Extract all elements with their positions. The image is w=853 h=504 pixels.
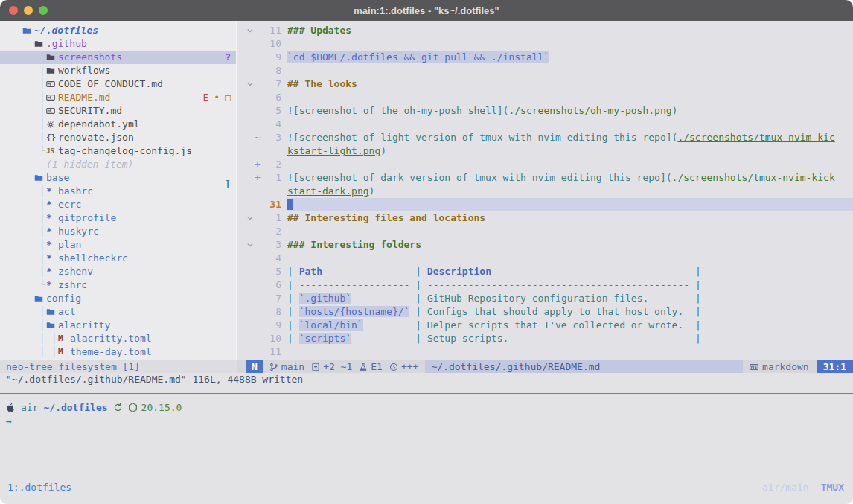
tree-item-base[interactable]: base [0, 171, 236, 185]
editor-line[interactable]: 5| Path | Description | [246, 265, 853, 278]
editor-line[interactable]: +1![screenshot of dark version of tmux w… [246, 171, 853, 185]
tree-item-alacritty[interactable]: │alacritty [0, 319, 236, 332]
editor-line[interactable]: 9| `local/bin` | Helper scripts that I'v… [246, 319, 853, 332]
editor-pane[interactable]: 11### Updates109`cd $HOME/.dotfiles && g… [237, 21, 853, 360]
indent-guide: │ [39, 345, 45, 359]
prompt-hostname: air [21, 402, 38, 413]
line-number: 2 [263, 225, 281, 238]
line-number: 4 [263, 118, 281, 131]
tree-item-label: base [46, 171, 69, 185]
editor-line[interactable]: 5![screenshot of the oh-my-posh shell](.… [246, 104, 853, 118]
tree-item-dependabot.yml[interactable]: │dependabot.yml [0, 118, 236, 131]
tree-item-zshrc[interactable]: └*zshrc [0, 278, 236, 292]
tree-item--1-hidden-item-[interactable]: (1 hidden item) [0, 158, 236, 171]
star-icon: * [46, 238, 58, 252]
minimize-button[interactable] [24, 6, 33, 15]
fold-column [246, 64, 255, 77]
fold-chevron-icon[interactable] [246, 211, 255, 225]
tree-item-label: screenshots [58, 51, 122, 64]
tree-item-zshenv[interactable]: │*zshenv [0, 265, 236, 278]
close-button[interactable] [9, 6, 18, 15]
tree-item-renovate.json[interactable]: │{}renovate.json [0, 131, 236, 144]
tree-item-theme-day.toml[interactable]: ││Mtheme-day.toml [0, 345, 236, 359]
line-text: | ------------------- | ----------------… [287, 278, 853, 292]
fold-chevron-icon[interactable] [246, 238, 255, 252]
editor-line[interactable]: 8| `hosts/{hostname}/` | Configs that sh… [246, 305, 853, 319]
tree-item-workflows[interactable]: │workflows [0, 64, 236, 77]
folder-icon [34, 39, 46, 48]
folder-icon [22, 26, 34, 35]
tree-item-bashrc[interactable]: │*bashrc [0, 185, 236, 198]
tree-item-readme.md[interactable]: │README.mdE•□ [0, 91, 236, 104]
mode-indicator: N [246, 360, 263, 373]
editor-line[interactable]: 11 [246, 345, 853, 359]
tree-item-screenshots[interactable]: screenshots? [0, 51, 236, 64]
editor-line[interactable]: 6| ------------------- | ---------------… [246, 278, 853, 292]
line-number: 11 [263, 345, 281, 359]
editor-line[interactable]: 7## The looks [246, 77, 853, 91]
gear-icon [46, 120, 58, 129]
fold-column [246, 158, 255, 171]
line-number: 5 [263, 104, 281, 118]
line-text [287, 198, 853, 211]
line-number: 5 [263, 265, 281, 278]
statusline-filepath: ~/.dotfiles/.github/README.md [425, 360, 743, 373]
line-text [287, 64, 853, 77]
fold-column [246, 131, 255, 144]
editor-line[interactable]: ~3![screenshot of light version of tmux … [246, 131, 853, 144]
editor-line[interactable]: 6 [246, 91, 853, 104]
tree-item-gitprofile[interactable]: │*gitprofile [0, 211, 236, 225]
editor-line[interactable]: 10| `scripts` | Setup scripts. | [246, 332, 853, 345]
tree-item-tag-changelog-config.js[interactable]: └JStag-changelog-config.js [0, 144, 236, 158]
tree-item-huskyrc[interactable]: │*huskyrc [0, 225, 236, 238]
tree-item-security.md[interactable]: │SECURITY.md [0, 104, 236, 118]
line-text: ### Updates [287, 24, 853, 37]
tree-item--.dotfiles[interactable]: ~/.dotfiles [0, 24, 236, 37]
tree-item-ecrc[interactable]: │*ecrc [0, 198, 236, 211]
line-text: | `.github` | GitHub Repository configur… [287, 292, 853, 305]
tree-item-plan[interactable]: │*plan [0, 238, 236, 252]
fold-chevron-icon[interactable] [246, 77, 255, 91]
indent-guide: │ [39, 198, 45, 211]
indent-guide: │ [39, 252, 45, 265]
zoom-button[interactable] [39, 6, 48, 15]
editor-wrap-line[interactable]: start-dark.png) [246, 185, 853, 198]
line-number: 31 [263, 198, 281, 211]
git-sign-column [255, 252, 263, 265]
tree-item-label: gitprofile [58, 211, 116, 225]
editor-line[interactable]: 4 [246, 118, 853, 131]
tree-item-config[interactable]: config [0, 292, 236, 305]
folder-icon [46, 321, 58, 330]
editor-line[interactable]: 9`cd $HOME/.dotfiles && git pull && ./in… [246, 51, 853, 64]
editor-line[interactable]: 3### Interesting folders [246, 238, 853, 252]
editor-line[interactable]: 10 [246, 37, 853, 51]
line-text: ![screenshot of the oh-my-posh shell](./… [287, 104, 853, 118]
line-number: 11 [263, 24, 281, 37]
editor-line[interactable]: 2 [246, 225, 853, 238]
tree-item-shellcheckrc[interactable]: │*shellcheckrc [0, 252, 236, 265]
editor-line[interactable]: 11### Updates [246, 24, 853, 37]
git-sign-column [255, 211, 263, 225]
editor-wrap-line[interactable]: kstart-light.png) [246, 144, 853, 158]
editor-line[interactable]: 1## Interesting files and locations [246, 211, 853, 225]
fold-chevron-icon[interactable] [246, 24, 255, 37]
tree-item-alacritty.toml[interactable]: ││Malacritty.toml [0, 332, 236, 345]
editor-line[interactable]: 4 [246, 252, 853, 265]
fold-column [246, 37, 255, 51]
line-text [287, 91, 853, 104]
tree-item-code-of-conduct.md[interactable]: │CODE_OF_CONDUCT.md [0, 77, 236, 91]
editor-line[interactable]: 8 [246, 64, 853, 77]
shell-pane[interactable]: air ~/.dotfiles 20.15.0 → 1:.dotfiles ai… [0, 386, 853, 504]
editor-line[interactable]: 7| `.github` | GitHub Repository configu… [246, 292, 853, 305]
fold-column [246, 171, 255, 185]
tmux-window-name[interactable]: 1:.dotfiles [7, 482, 71, 493]
diagnostics: E1 [359, 360, 383, 373]
git-sign-column [255, 292, 263, 305]
tree-item-act[interactable]: │act [0, 305, 236, 319]
diff-icon [311, 363, 320, 371]
tree-item-.github[interactable]: .github [0, 37, 236, 51]
editor-line[interactable]: +2 [246, 158, 853, 171]
indent-guide: │ [39, 131, 45, 144]
editor-line[interactable]: 31 [246, 198, 853, 211]
title-bar[interactable]: main:1:.dotfiles - "ks~/.dotfiles" [0, 0, 853, 21]
